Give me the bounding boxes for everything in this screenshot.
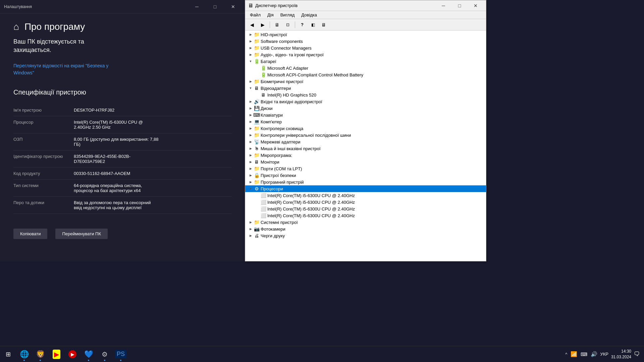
tree-item[interactable]: ⬜Intel(R) Core(TM) i5-6300U CPU @ 2.40GH… (245, 199, 486, 205)
expand-icon[interactable] (255, 92, 260, 98)
tree-item[interactable]: ▶📁Software components (245, 38, 486, 45)
taskbar-pinned-icons: 🌐 🦁 ▶ ▶ 💙 ⚙ PS (16, 346, 129, 362)
tree-item[interactable]: ▶📁Програмний пристрій (245, 179, 486, 185)
systray-expand[interactable]: ^ (565, 352, 567, 357)
taskbar-brave-icon[interactable]: 🦁 (32, 346, 48, 362)
expand-icon[interactable] (255, 193, 260, 198)
expand-icon[interactable]: ▶ (248, 220, 253, 225)
tree-item[interactable]: ▶📁Порти (COM та LPT) (245, 165, 486, 172)
security-link[interactable]: Переглянути відомості на екрані "Безпека… (13, 62, 108, 76)
menu-view[interactable]: Вигляд (277, 12, 298, 18)
tree-item[interactable]: ▶🔊Вхідні та вихідні аудіопристрої (245, 98, 486, 105)
tree-item[interactable]: ▶📁USB Connector Managers (245, 45, 486, 51)
devmgr-close-button[interactable]: ✕ (468, 2, 483, 10)
tree-item-icon: 🔋 (261, 65, 266, 71)
expand-icon[interactable]: ▶ (248, 226, 253, 232)
taskbar-settings-icon[interactable]: ⚙ (97, 346, 113, 362)
tree-item[interactable]: ▶💻Комп'ютер (245, 118, 486, 125)
menu-action[interactable]: Дія (264, 12, 277, 18)
tree-item[interactable]: ⬜Intel(R) Core(TM) i5-6300U CPU @ 2.40GH… (245, 205, 486, 212)
expand-icon[interactable]: ▶ (248, 45, 253, 51)
tree-item-label: Диски (261, 106, 273, 111)
expand-icon[interactable] (255, 65, 260, 71)
expand-icon[interactable]: ▶ (248, 126, 253, 131)
tree-item[interactable]: ⬜Intel(R) Core(TM) i5-6300U CPU @ 2.40GH… (245, 192, 486, 199)
expand-icon[interactable]: ▶ (248, 132, 253, 138)
devmgr-minimize-button[interactable]: ─ (436, 2, 451, 10)
expand-icon[interactable]: ▶ (248, 139, 253, 144)
tree-item[interactable]: 🔋Microsoft AC Adapter (245, 65, 486, 71)
expand-icon[interactable]: ▶ (248, 79, 253, 84)
tree-item-label: Програмний пристрій (261, 180, 304, 185)
taskbar-vscode-icon[interactable]: 💙 (80, 346, 97, 362)
expand-icon[interactable]: ▶ (248, 153, 253, 158)
expand-icon[interactable]: ▶ (248, 106, 253, 111)
collapse-icon[interactable]: ▼ (248, 59, 253, 64)
settings-maximize-button[interactable]: □ (207, 2, 223, 12)
expand-icon[interactable]: ▶ (248, 99, 253, 104)
expand-icon[interactable]: ▶ (248, 52, 253, 57)
tree-item[interactable]: ▶📡Мережеві адаптери (245, 138, 486, 145)
expand-icon[interactable]: ▶ (248, 179, 253, 185)
expand-icon[interactable]: ▶ (248, 112, 253, 118)
menu-help[interactable]: Довідка (298, 12, 320, 18)
copy-button[interactable]: Копіювати (13, 229, 47, 239)
tree-item[interactable]: ▶📁Системні пристрої (245, 219, 486, 226)
tree-item[interactable]: 🔋Microsoft ACPI-Compliant Control Method… (245, 71, 486, 78)
toolbar-back-button[interactable]: ◀ (247, 20, 257, 29)
tree-item[interactable]: ▶📁Контролери універсальної послідовної ш… (245, 132, 486, 138)
expand-icon[interactable] (255, 213, 260, 218)
toolbar-forward-button[interactable]: ▶ (258, 20, 267, 29)
spec-row: ПроцесорIntel(R) Core(TM) i5-6300U CPU @… (13, 116, 231, 133)
expand-icon[interactable]: ▶ (248, 166, 253, 171)
tree-item[interactable]: ▶🔒Пристрої безпеки (245, 172, 486, 179)
devmgr-maximize-button[interactable]: □ (452, 2, 467, 10)
toolbar-display-button[interactable]: 🖥 (319, 20, 328, 29)
tree-item[interactable]: ▶⌨Клавіатури (245, 112, 486, 118)
expand-icon[interactable]: ▶ (248, 159, 253, 165)
tree-item[interactable]: ▶🖨Черги друку (245, 232, 486, 239)
toolbar-computer-button[interactable]: 🖥 (272, 20, 282, 29)
tree-item-icon: 📁 (254, 39, 259, 44)
expand-icon[interactable] (255, 72, 260, 77)
toolbar-help-button[interactable]: ? (298, 20, 307, 29)
toolbar-grid-button[interactable]: ⊡ (283, 20, 292, 29)
expand-icon[interactable]: ▶ (248, 233, 253, 238)
settings-minimize-button[interactable]: ─ (189, 2, 205, 12)
taskbar-media-icon[interactable]: ▶ (64, 346, 80, 362)
taskbar-datetime: 14:30 31.03.2024 (611, 349, 631, 360)
tree-item[interactable]: ▶💾Диски (245, 105, 486, 112)
tree-item[interactable]: ▼🔋Батареї (245, 58, 486, 65)
toolbar-panel-button[interactable]: ◧ (308, 20, 318, 29)
tree-item[interactable]: ▶📷Фотокамери (245, 226, 486, 232)
collapse-icon[interactable]: ▼ (248, 186, 253, 191)
tree-item[interactable]: ▶📁HID-пристрої (245, 31, 486, 38)
expand-icon[interactable]: ▶ (248, 32, 253, 37)
expand-icon[interactable]: ▶ (248, 39, 253, 44)
tree-item[interactable]: 🖥Intel(R) HD Graphics 520 (245, 92, 486, 98)
expand-icon[interactable] (255, 206, 260, 212)
expand-icon[interactable]: ▶ (248, 119, 253, 124)
tree-item[interactable]: ▶📁Аудіо-, відео- та ігрові пристрої (245, 51, 486, 58)
taskbar-powershell-icon[interactable]: PS (113, 346, 129, 362)
tree-item[interactable]: ▼🖥Відеоадаптери (245, 85, 486, 92)
taskbar-youtube-icon[interactable]: ▶ (48, 346, 64, 362)
collapse-icon[interactable]: ▼ (248, 85, 253, 91)
expand-icon[interactable]: ▶ (248, 173, 253, 178)
tree-item-label: USB Connector Managers (261, 46, 312, 51)
tree-item[interactable]: ▶🖥Монітори (245, 159, 486, 165)
rename-button[interactable]: Перейменувати ПК (55, 229, 108, 239)
menu-file[interactable]: Файл (247, 12, 264, 18)
start-button[interactable]: ⊞ (0, 346, 16, 362)
tree-item[interactable]: ⬜Intel(R) Core(TM) i5-6300U CPU @ 2.40GH… (245, 212, 486, 219)
settings-close-button[interactable]: ✕ (225, 2, 241, 12)
tree-item[interactable]: ▶📁Контролери сховища (245, 125, 486, 132)
tree-item[interactable]: ▶🖱Миша й інші вказівні пристрої (245, 145, 486, 152)
notification-icon[interactable]: 🗨 (634, 351, 640, 358)
tree-item[interactable]: ▼⚙Процесори (245, 185, 486, 192)
taskbar-browser-icon[interactable]: 🌐 (16, 346, 32, 362)
tree-item[interactable]: ▶📁Біометричні пристрої (245, 78, 486, 85)
tree-item[interactable]: ▶📁Мікропрограма: (245, 152, 486, 159)
expand-icon[interactable]: ▶ (248, 146, 253, 151)
expand-icon[interactable] (255, 199, 260, 205)
